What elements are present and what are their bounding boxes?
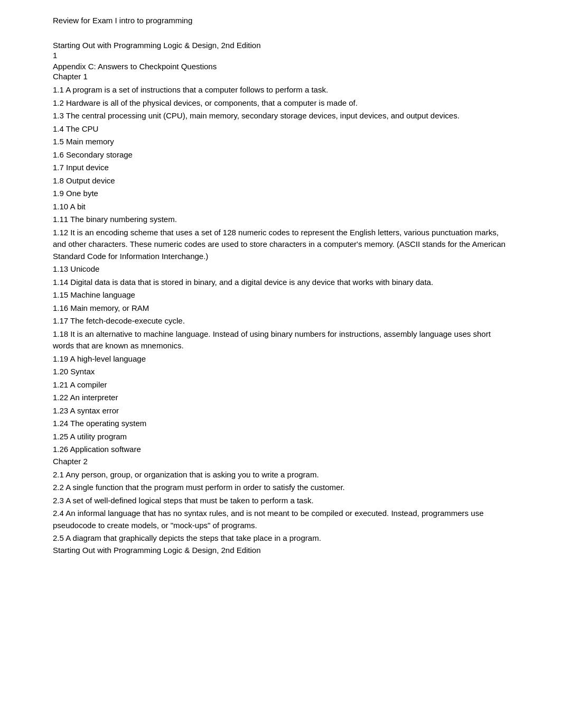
chapter1-item-1-22: 1.22 An interpreter	[53, 392, 508, 404]
chapter2-item-2-5: 2.5 A diagram that graphically depicts t…	[53, 532, 508, 545]
chapter1-item-1-17: 1.17 The fetch-decode-execute cycle.	[53, 315, 508, 327]
chapter1-item-1-6: 1.6 Secondary storage	[53, 149, 508, 161]
chapter1-item-1-8: 1.8 Output device	[53, 175, 508, 187]
chapter1-item-1-9: 1.9 One byte	[53, 188, 508, 200]
chapter1-item-1-13: 1.13 Unicode	[53, 263, 508, 275]
chapter1-content: 1.1 A program is a set of instructions t…	[53, 84, 508, 456]
chapter2-item-2-4: 2.4 An informal language that has no syn…	[53, 508, 508, 531]
chapter1-item-1-21: 1.21 A compiler	[53, 379, 508, 391]
footer-book-title: Starting Out with Programming Logic & De…	[53, 546, 508, 555]
chapter1-item-1-10: 1.10 A bit	[53, 201, 508, 213]
chapter1-item-1-3: 1.3 The central processing unit (CPU), m…	[53, 110, 508, 122]
chapter2-item-2-1: 2.1 Any person, group, or organization t…	[53, 469, 508, 481]
chapter1-item-1-26: 1.26 Application software	[53, 444, 508, 456]
chapter1-item-1-15: 1.15 Machine language	[53, 289, 508, 301]
chapter2-item-2-3: 2.3 A set of well-defined logical steps …	[53, 495, 508, 507]
chapter2-item-2-2: 2.2 A single function that the program m…	[53, 482, 508, 494]
chapter1-item-1-7: 1.7 Input device	[53, 162, 508, 174]
chapter1-item-1-2: 1.2 Hardware is all of the physical devi…	[53, 97, 508, 109]
page-number: 1	[53, 51, 508, 60]
chapter1-item-1-14: 1.14 Digital data is data that is stored…	[53, 277, 508, 289]
chapter1-item-1-1: 1.1 A program is a set of instructions t…	[53, 84, 508, 96]
chapter1-item-1-20: 1.20 Syntax	[53, 366, 508, 378]
chapter1-item-1-23: 1.23 A syntax error	[53, 405, 508, 417]
chapter1-item-1-16: 1.16 Main memory, or RAM	[53, 302, 508, 315]
chapter1-item-1-5: 1.5 Main memory	[53, 136, 508, 148]
chapter1-item-1-19: 1.19 A high-level language	[53, 353, 508, 365]
chapter1-item-1-18: 1.18 It is an alternative to machine lan…	[53, 328, 508, 352]
chapter2-title: Chapter 2	[53, 457, 508, 466]
chapter1-item-1-4: 1.4 The CPU	[53, 123, 508, 135]
chapter1-item-1-24: 1.24 The operating system	[53, 418, 508, 430]
chapter1-title: Chapter 1	[53, 72, 508, 81]
chapter1-item-1-11: 1.11 The binary numbering system.	[53, 214, 508, 226]
chapter2-content: 2.1 Any person, group, or organization t…	[53, 469, 508, 545]
chapter1-item-1-12: 1.12 It is an encoding scheme that uses …	[53, 227, 508, 263]
appendix-title: Appendix C: Answers to Checkpoint Questi…	[53, 62, 508, 71]
book-title: Starting Out with Programming Logic & De…	[53, 41, 508, 50]
review-title: Review for Exam I intro to programming	[53, 16, 508, 25]
chapter1-item-1-25: 1.25 A utility program	[53, 431, 508, 443]
